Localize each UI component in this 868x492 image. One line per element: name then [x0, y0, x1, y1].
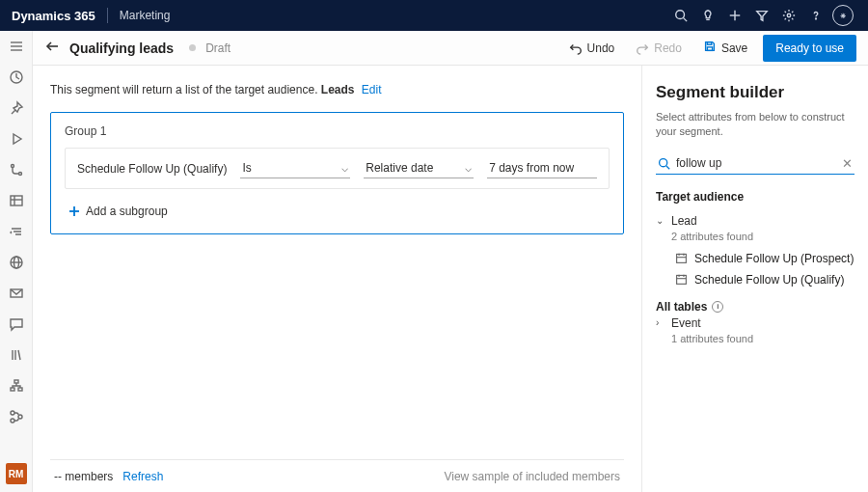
module-label[interactable]: Marketing: [120, 9, 171, 22]
svg-point-12: [11, 165, 14, 168]
menu-icon[interactable]: [4, 37, 29, 56]
value-input[interactable]: 7 days from now: [487, 158, 597, 178]
svg-rect-41: [677, 276, 687, 285]
calendar-icon: [675, 252, 688, 264]
redo-button: Redo: [630, 38, 688, 59]
clear-search-icon[interactable]: ✕: [842, 156, 853, 171]
svg-rect-25: [11, 388, 14, 391]
canvas: This segment will return a list of the t…: [33, 66, 641, 492]
add-subgroup-button[interactable]: Add a subgroup: [65, 203, 610, 220]
back-button[interactable]: [44, 39, 60, 58]
event-node[interactable]: › Event: [656, 314, 854, 333]
all-tables-heading: All tables i: [656, 300, 854, 314]
svg-rect-14: [11, 196, 22, 205]
search-input[interactable]: [676, 156, 836, 170]
left-rail: RM: [0, 31, 33, 492]
save-button[interactable]: Save: [697, 36, 753, 60]
value-type-dropdown[interactable]: Relative date ⌵: [364, 158, 474, 178]
panel-title: Segment builder: [656, 83, 854, 102]
segment-icon[interactable]: [4, 222, 29, 241]
play-icon[interactable]: [4, 129, 29, 149]
group-title: Group 1: [65, 124, 610, 138]
help-icon[interactable]: [802, 2, 829, 29]
globe-icon[interactable]: [4, 253, 29, 272]
library-icon[interactable]: [4, 345, 29, 365]
svg-point-35: [660, 158, 667, 166]
gear-icon[interactable]: [775, 2, 802, 29]
view-sample-link[interactable]: View sample of included members: [444, 470, 620, 483]
recent-icon[interactable]: [4, 68, 29, 87]
members-count: -- members: [54, 470, 113, 483]
undo-button[interactable]: Undo: [563, 38, 621, 59]
status-dot: [189, 44, 196, 51]
svg-point-5: [787, 14, 791, 17]
svg-point-28: [11, 419, 14, 423]
svg-point-0: [676, 11, 685, 19]
journey-icon[interactable]: [4, 160, 29, 179]
group-card: Group 1 Schedule Follow Up (Qualify) Is …: [50, 112, 624, 234]
calendar-icon: [675, 273, 688, 286]
attribute-search[interactable]: ✕: [656, 153, 854, 175]
segment-description: This segment will return a list of the t…: [50, 83, 624, 96]
svg-rect-37: [677, 255, 687, 263]
canvas-footer: -- members Refresh View sample of includ…: [50, 459, 624, 492]
condition-attribute: Schedule Follow Up (Qualify): [77, 162, 227, 176]
table-icon[interactable]: [4, 191, 29, 210]
svg-line-36: [666, 166, 669, 169]
svg-rect-26: [18, 388, 22, 391]
operator-dropdown[interactable]: Is ⌵: [240, 158, 350, 178]
svg-marker-11: [14, 134, 21, 144]
attribute-item[interactable]: Schedule Follow Up (Qualify): [656, 269, 854, 290]
lead-attr-count: 2 attributes found: [671, 231, 854, 242]
topbar-divider: [107, 8, 108, 23]
lightbulb-icon[interactable]: [694, 2, 721, 29]
org-icon[interactable]: [4, 376, 29, 396]
segment-builder-panel: Segment builder Select attributes from b…: [641, 66, 868, 492]
svg-point-29: [18, 415, 22, 419]
chevron-down-icon: ⌵: [341, 161, 348, 175]
event-attr-count: 1 attributes found: [671, 333, 854, 344]
target-audience-heading: Target audience: [656, 190, 854, 204]
global-topbar: Dynamics 365 Marketing ⁕: [0, 0, 868, 31]
filter-icon[interactable]: [748, 2, 775, 29]
svg-point-13: [18, 173, 21, 176]
condition-row: Schedule Follow Up (Qualify) Is ⌵ Relati…: [65, 148, 610, 189]
edit-audience-link[interactable]: Edit: [362, 83, 382, 96]
svg-rect-24: [14, 380, 18, 383]
persona-badge[interactable]: RM: [6, 463, 27, 484]
svg-line-23: [18, 350, 20, 360]
chevron-down-icon: ⌄: [656, 215, 665, 226]
chevron-down-icon: ⌵: [465, 161, 472, 175]
ready-to-use-button[interactable]: Ready to use: [763, 35, 856, 62]
lead-node[interactable]: ⌄ Lead: [656, 211, 854, 231]
add-icon[interactable]: [721, 2, 748, 29]
svg-rect-32: [707, 47, 712, 51]
svg-point-6: [816, 18, 817, 19]
svg-point-27: [11, 411, 14, 415]
pin-icon[interactable]: [4, 98, 29, 118]
search-icon[interactable]: [667, 2, 694, 29]
svg-rect-31: [707, 42, 711, 45]
user-avatar[interactable]: ⁕: [829, 2, 856, 29]
chevron-right-icon: ›: [656, 317, 665, 328]
info-icon[interactable]: i: [712, 301, 723, 313]
command-bar: Qualifying leads Draft Undo Redo Save Re…: [33, 31, 868, 66]
chat-icon[interactable]: [4, 314, 29, 334]
search-icon: [658, 157, 670, 170]
status-label: Draft: [205, 41, 231, 55]
flow-icon[interactable]: [4, 407, 29, 426]
page-title: Qualifying leads: [69, 41, 174, 56]
mail-icon[interactable]: [4, 284, 29, 303]
attribute-item[interactable]: Schedule Follow Up (Prospect): [656, 248, 854, 269]
brand-label: Dynamics 365: [12, 9, 95, 23]
svg-line-1: [684, 18, 688, 22]
panel-subtext: Select attributes from below to construc…: [656, 110, 854, 140]
refresh-link[interactable]: Refresh: [122, 470, 163, 483]
